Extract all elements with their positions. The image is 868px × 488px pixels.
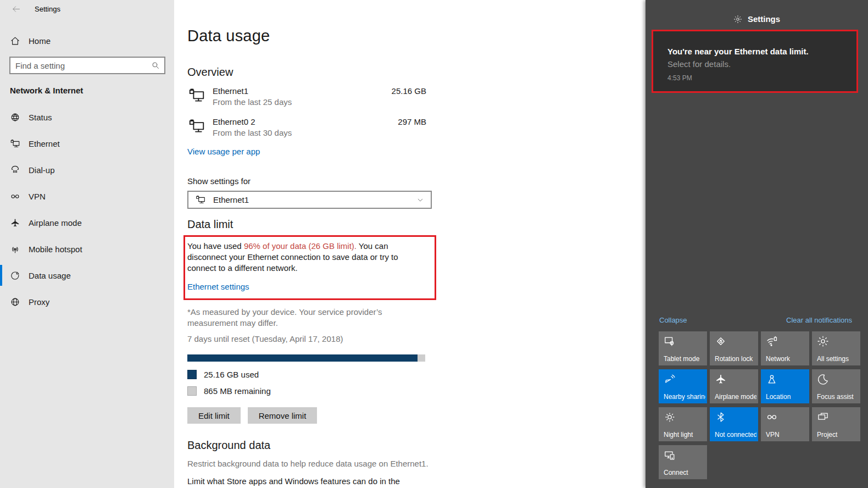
tile-label: Not connected [715, 431, 756, 439]
quick-action-tile[interactable]: Nearby sharing [659, 369, 707, 403]
quick-action-tile[interactable]: Focus assist [812, 369, 860, 403]
sidebar-item[interactable]: Dial-up [0, 157, 174, 183]
data-usage-progress-bar [187, 354, 425, 362]
sidebar-section-title: Network & Internet [10, 86, 174, 96]
sidebar-item[interactable]: VPN [0, 183, 174, 209]
quick-action-tile[interactable]: Not connected [710, 407, 758, 441]
connection-usage: 25.16 GB [392, 86, 426, 97]
sun-icon [664, 411, 676, 423]
sidebar-item[interactable]: Airplane mode [0, 209, 174, 236]
quick-action-tile[interactable]: Tablet mode [659, 331, 707, 365]
connection-usage: 297 MB [398, 117, 426, 127]
action-center-links: Collapse Clear all notifications [659, 316, 852, 324]
tile-label: Location [766, 393, 808, 401]
connect-icon [664, 449, 676, 461]
selected-indicator [0, 265, 2, 286]
quick-action-tile[interactable]: Night light [659, 407, 707, 441]
pie-icon [10, 270, 20, 281]
tile-label: Night light [664, 431, 705, 439]
legend-label: 865 MB remaining [204, 386, 271, 396]
vpn-icon [10, 191, 20, 202]
action-center-header: Settings [646, 14, 868, 24]
vpn-icon [766, 411, 778, 423]
notification-group-title: Settings [748, 14, 780, 24]
tile-label: VPN [766, 431, 808, 439]
adapter-dropdown[interactable]: Ethernet1 [187, 191, 432, 209]
measurement-note: *As measured by your device. Your servic… [187, 307, 435, 329]
quick-action-tile[interactable]: VPN [761, 407, 809, 441]
connection-row: Ethernet1 From the last 25 days 25.16 GB [187, 86, 426, 108]
tile-label: Rotation lock [715, 355, 756, 363]
background-data-question: Limit what Store apps and Windows featur… [187, 475, 435, 488]
sidebar-item[interactable]: Status [0, 104, 174, 130]
legend-swatch [187, 370, 197, 379]
ethernet-icon [187, 118, 206, 135]
moon-icon [817, 373, 829, 385]
connection-period: From the last 25 days [213, 97, 292, 108]
sidebar: Settings Home Network & Internet Status [0, 0, 174, 488]
collapse-link[interactable]: Collapse [659, 316, 687, 324]
tile-label: Tablet mode [664, 355, 705, 363]
chevron-down-icon [416, 196, 424, 204]
tile-label: Nearby sharing [664, 393, 705, 401]
annotation-box-notification: You're near your Ethernet data limit. Se… [652, 30, 858, 93]
quick-action-tile[interactable]: Connect [659, 445, 707, 479]
nearby-icon [664, 373, 676, 385]
dialup-icon [10, 165, 20, 175]
titlebar: Settings [0, 0, 174, 19]
rotation-icon [715, 335, 727, 347]
action-center-spacer [646, 93, 868, 316]
limit-button[interactable]: Remove limit [248, 407, 318, 424]
limit-button[interactable]: Edit limit [187, 407, 241, 424]
tile-label: Connect [664, 469, 705, 476]
home-label: Home [29, 36, 51, 46]
sidebar-item[interactable]: Proxy [0, 289, 174, 315]
search-input[interactable] [10, 58, 164, 73]
quick-action-tile[interactable]: Rotation lock [710, 331, 758, 365]
annotation-box-data-limit: You have used 96% of your data (26 GB li… [183, 235, 436, 300]
home-icon [10, 36, 20, 46]
tile-label: Project [817, 431, 859, 439]
proxy-icon [10, 297, 20, 307]
ethernet-icon [195, 195, 206, 205]
quick-action-tile[interactable]: Location [761, 369, 809, 403]
legend-swatch [187, 386, 197, 396]
window-title: Settings [35, 5, 60, 13]
gear-icon [733, 15, 742, 24]
ethernet-settings-link[interactable]: Ethernet settings [187, 281, 249, 292]
notification-toast[interactable]: You're near your Ethernet data limit. Se… [653, 31, 856, 91]
notification-title: You're near your Ethernet data limit. [667, 46, 847, 57]
back-button[interactable] [12, 4, 21, 14]
progress-fill [187, 354, 418, 362]
sidebar-item[interactable]: Data usage [0, 262, 174, 289]
ethernet-icon [187, 87, 206, 104]
notification-time: 4:53 PM [667, 74, 847, 82]
action-center: Settings You're near your Ethernet data … [646, 0, 868, 488]
airplane-icon [715, 373, 727, 385]
bluetooth-icon [715, 411, 727, 423]
data-limit-warning: You have used 96% of your data (26 GB li… [187, 241, 429, 274]
search-icon [151, 61, 160, 70]
sidebar-item[interactable]: Mobile hotspot [0, 236, 174, 262]
tablet-icon [664, 335, 676, 347]
background-data-description: Restrict background data to help reduce … [187, 458, 437, 469]
dropdown-selected-value: Ethernet1 [213, 195, 249, 204]
tile-label: All settings [817, 355, 859, 363]
quick-action-tile[interactable]: All settings [812, 331, 860, 365]
legend-label: 25.16 GB used [204, 370, 259, 379]
connection-row: Ethernet0 2 From the last 30 days 297 MB [187, 117, 426, 138]
view-usage-per-app-link[interactable]: View usage per app [187, 146, 260, 157]
sidebar-item[interactable]: Ethernet [0, 130, 174, 157]
connection-name: Ethernet1 [213, 86, 292, 97]
clear-all-notifications-link[interactable]: Clear all notifications [786, 316, 852, 324]
sidebar-nav: Status Ethernet Dial-up VPN [0, 104, 174, 315]
search-box [9, 57, 165, 74]
quick-action-tile[interactable]: Network [761, 331, 809, 365]
connection-period: From the last 30 days [213, 127, 292, 138]
location-icon [766, 373, 778, 385]
quick-action-tile[interactable]: Project [812, 407, 860, 441]
notification-body: Select for details. [667, 59, 847, 69]
quick-action-tile[interactable]: Airplane mode [710, 369, 758, 403]
sidebar-item-home[interactable]: Home [10, 34, 174, 47]
ethernet-icon [10, 138, 20, 149]
